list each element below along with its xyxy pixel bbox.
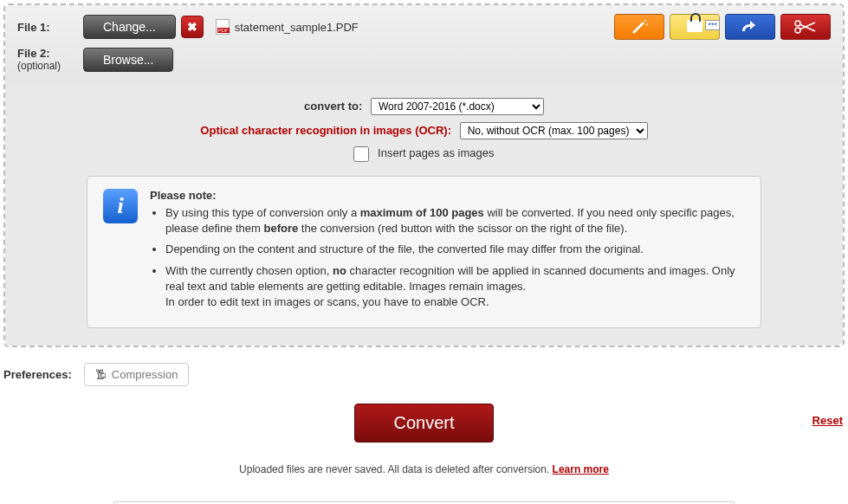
disclaimer: Uploaded files are never saved. All data…: [0, 463, 848, 475]
rotate-button[interactable]: [725, 14, 775, 40]
main-container: File 1: Change... ✖ statement_sample1.PD…: [3, 3, 845, 347]
svg-point-3: [795, 28, 800, 33]
preferences-row: Preferences: 🗜Compression: [0, 351, 848, 398]
note-bullet-2: Depending on the content and structure o…: [165, 242, 745, 257]
note-bullet-1: By using this type of conversion only a …: [165, 205, 745, 236]
info-icon: i: [103, 189, 138, 223]
remove-file-button[interactable]: ✖: [181, 16, 204, 38]
convert-to-select[interactable]: Word 2007-2016 (*.docx): [371, 98, 544, 115]
compression-button[interactable]: 🗜Compression: [84, 363, 190, 386]
svg-point-1: [646, 23, 648, 25]
tool-buttons: ***: [614, 14, 831, 40]
file1-label: File 1:: [17, 21, 83, 34]
file-section: File 1: Change... ✖ statement_sample1.PD…: [5, 5, 843, 86]
compression-icon: 🗜: [95, 368, 107, 381]
insert-images-label: Insert pages as images: [378, 146, 494, 159]
note-title: Please note:: [150, 189, 745, 202]
convert-button[interactable]: Convert: [354, 404, 493, 443]
browse-button[interactable]: Browse...: [83, 48, 173, 72]
pdf-icon: [216, 19, 230, 35]
scissor-button[interactable]: [780, 14, 831, 40]
note-box: i Please note: By using this type of con…: [87, 176, 761, 328]
file1-name: statement_sample1.PDF: [235, 21, 359, 34]
preferences-label: Preferences:: [3, 368, 72, 381]
convert-to-row: convert to: Word 2007-2016 (*.docx): [17, 98, 831, 115]
lock-password-button[interactable]: ***: [670, 14, 720, 40]
note-content: Please note: By using this type of conve…: [150, 189, 745, 315]
svg-point-2: [795, 21, 800, 26]
svg-point-0: [644, 20, 646, 22]
ocr-row: Optical character recognition in images …: [17, 122, 831, 139]
file1-row: File 1: Change... ✖ statement_sample1.PD…: [17, 14, 831, 40]
convert-to-label: convert to:: [304, 100, 362, 113]
file2-row: File 2:(optional) Browse...: [17, 47, 831, 72]
reset-link[interactable]: Reset: [812, 414, 843, 427]
ocr-select[interactable]: No, without OCR (max. 100 pages): [460, 122, 648, 139]
convert-row: Convert Reset: [0, 398, 848, 446]
magic-wand-button[interactable]: [614, 14, 664, 40]
options-section: convert to: Word 2007-2016 (*.docx) Opti…: [5, 86, 843, 346]
insert-images-checkbox[interactable]: [353, 146, 369, 162]
insert-images-row: Insert pages as images: [17, 146, 831, 162]
note-bullet-3: With the currently chosen option, no cha…: [165, 263, 745, 311]
ocr-label: Optical character recognition in images …: [200, 124, 451, 137]
file2-label: File 2:(optional): [17, 47, 83, 72]
change-button[interactable]: Change...: [83, 15, 176, 39]
learn-more-link[interactable]: Learn more: [553, 463, 609, 475]
